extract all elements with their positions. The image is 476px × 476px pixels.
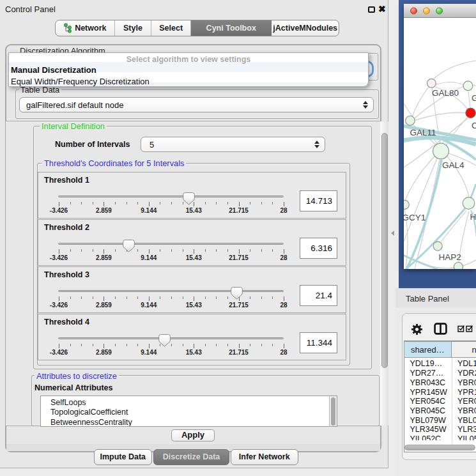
- svg-text:GAL11: GAL11: [410, 128, 436, 137]
- svg-text:GAL80: GAL80: [432, 88, 459, 98]
- svg-text:C: C: [472, 121, 476, 130]
- svg-text:H: H: [470, 212, 476, 222]
- svg-text:GAL4: GAL4: [442, 160, 464, 170]
- svg-text:HAP2: HAP2: [439, 252, 461, 262]
- svg-text:G.: G.: [472, 93, 476, 103]
- svg-text:GCY1: GCY1: [404, 213, 426, 222]
